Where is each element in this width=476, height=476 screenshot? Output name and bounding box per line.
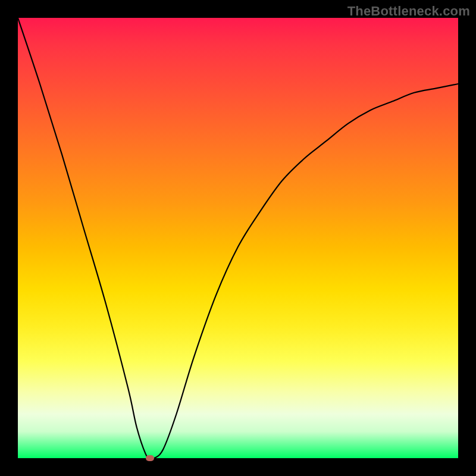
bottleneck-curve <box>18 18 458 458</box>
plot-area <box>18 18 458 458</box>
watermark-text: TheBottleneck.com <box>347 4 470 19</box>
optimal-marker <box>146 455 154 461</box>
chart-frame: TheBottleneck.com <box>0 0 476 476</box>
